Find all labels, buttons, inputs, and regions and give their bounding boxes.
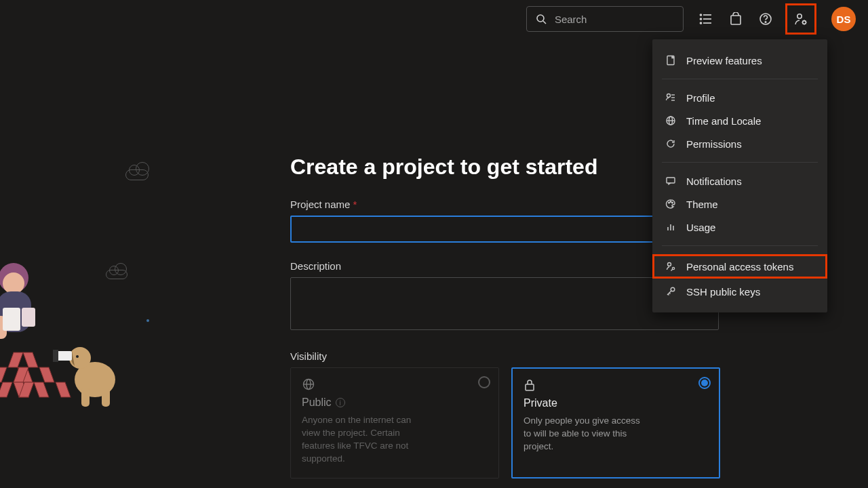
svg-point-59 <box>76 355 79 358</box>
menu-label: Time and Locale <box>686 115 761 127</box>
menu-theme[interactable]: Theme <box>652 192 827 216</box>
svg-rect-40 <box>22 308 35 327</box>
preview-icon <box>665 54 677 66</box>
visibility-private-title: Private <box>524 397 708 409</box>
svg-rect-52 <box>56 382 71 397</box>
search-icon <box>535 12 548 26</box>
cloud-illustration <box>106 270 127 279</box>
svg-rect-58 <box>53 350 58 362</box>
radio-icon <box>478 376 490 388</box>
info-icon: i <box>336 398 345 407</box>
menu-label: Personal access tokens <box>686 261 793 272</box>
bar-chart-icon <box>665 221 677 233</box>
menu-notifications[interactable]: Notifications <box>652 169 827 192</box>
menu-time-locale[interactable]: Time and Locale <box>652 109 827 132</box>
search-input[interactable] <box>555 14 675 25</box>
menu-label: Theme <box>686 199 718 210</box>
svg-point-30 <box>671 287 675 291</box>
visibility-public-desc: Anyone on the internet can view the proj… <box>302 414 424 466</box>
refresh-icon <box>665 138 677 150</box>
svg-rect-37 <box>0 291 31 332</box>
list-icon[interactable] <box>698 12 713 26</box>
svg-point-29 <box>672 267 674 269</box>
svg-point-5 <box>701 14 702 16</box>
cloud-illustration <box>125 169 149 180</box>
svg-rect-8 <box>731 16 741 24</box>
visibility-public-title: Public i <box>302 396 488 409</box>
menu-personal-access-tokens[interactable]: Personal access tokens <box>652 254 827 279</box>
menu-usage[interactable]: Usage <box>652 216 827 239</box>
globe-icon <box>302 378 315 391</box>
visibility-private-desc: Only people you give access to will be a… <box>524 415 646 453</box>
svg-rect-21 <box>667 178 675 183</box>
svg-point-53 <box>75 362 115 397</box>
dot-decoration <box>146 319 149 322</box>
svg-rect-34 <box>526 384 534 390</box>
shopping-bag-icon[interactable] <box>728 12 743 26</box>
svg-rect-43 <box>0 367 7 382</box>
svg-rect-39 <box>3 308 20 331</box>
svg-rect-42 <box>23 352 38 367</box>
svg-rect-51 <box>19 382 34 397</box>
svg-rect-54 <box>81 388 90 407</box>
svg-point-28 <box>668 263 671 266</box>
user-settings-icon[interactable] <box>793 12 808 26</box>
menu-label: Notifications <box>686 176 742 187</box>
svg-rect-38 <box>0 316 7 339</box>
svg-rect-49 <box>0 382 12 397</box>
svg-point-24 <box>672 202 673 203</box>
key-icon <box>665 285 677 298</box>
svg-point-14 <box>667 94 671 98</box>
svg-rect-55 <box>102 388 110 407</box>
svg-point-7 <box>701 22 702 24</box>
chat-icon <box>665 175 677 187</box>
menu-label: Profile <box>686 92 715 104</box>
svg-point-0 <box>537 15 544 22</box>
svg-point-56 <box>69 347 91 369</box>
palette-icon <box>665 198 677 210</box>
svg-point-12 <box>803 21 806 24</box>
visibility-public-card[interactable]: Public i Anyone on the internet can view… <box>290 367 499 479</box>
svg-rect-57 <box>54 351 72 361</box>
search-box[interactable] <box>526 6 684 32</box>
menu-label: Preview features <box>686 55 762 66</box>
svg-rect-46 <box>39 367 54 382</box>
user-settings-highlight <box>785 3 816 35</box>
lock-icon <box>524 378 537 392</box>
svg-point-22 <box>669 202 670 203</box>
svg-point-35 <box>0 263 28 293</box>
svg-rect-44 <box>18 367 33 382</box>
user-key-icon <box>665 260 677 272</box>
help-icon[interactable] <box>758 12 773 26</box>
menu-profile[interactable]: Profile <box>652 86 827 109</box>
svg-point-11 <box>797 14 802 18</box>
svg-rect-48 <box>14 382 28 397</box>
radio-icon <box>698 377 711 389</box>
globe-icon <box>665 115 677 127</box>
menu-permissions[interactable]: Permissions <box>652 132 827 155</box>
visibility-private-card[interactable]: Private Only people you give access to w… <box>511 367 720 479</box>
user-settings-menu: Preview features Profile Time and Locale… <box>652 39 827 312</box>
svg-point-23 <box>670 201 671 203</box>
onboarding-illustration <box>0 258 176 420</box>
menu-label: Permissions <box>686 138 742 150</box>
svg-point-10 <box>765 22 766 23</box>
menu-ssh-keys[interactable]: SSH public keys <box>652 280 827 303</box>
menu-preview-features[interactable]: Preview features <box>652 49 827 72</box>
menu-label: SSH public keys <box>686 286 760 298</box>
svg-rect-41 <box>8 352 23 367</box>
svg-point-36 <box>3 272 24 294</box>
svg-rect-50 <box>34 382 49 397</box>
profile-icon <box>665 92 677 104</box>
svg-line-1 <box>543 21 546 24</box>
svg-point-6 <box>701 18 702 20</box>
avatar[interactable]: DS <box>831 7 856 31</box>
svg-rect-45 <box>14 367 28 382</box>
menu-label: Usage <box>686 222 715 233</box>
visibility-label: Visibility <box>290 350 724 362</box>
